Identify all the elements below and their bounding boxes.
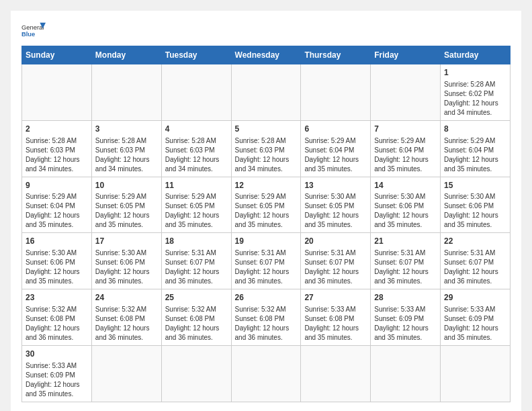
calendar-cell: 21Sunrise: 5:31 AMSunset: 6:07 PMDayligh… [371, 233, 441, 289]
day-info: Sunrise: 5:33 AMSunset: 6:08 PMDaylight:… [304, 305, 367, 342]
calendar-table: SundayMondayTuesdayWednesdayThursdayFrid… [21, 46, 511, 402]
day-info: Sunrise: 5:28 AMSunset: 6:03 PMDaylight:… [26, 136, 88, 174]
calendar-cell: 9Sunrise: 5:29 AMSunset: 6:04 PMDaylight… [22, 177, 92, 233]
day-info: Sunrise: 5:29 AMSunset: 6:04 PMDaylight:… [26, 192, 88, 230]
calendar-cell: 8Sunrise: 5:29 AMSunset: 6:04 PMDaylight… [441, 120, 511, 177]
day-number: 3 [95, 124, 158, 135]
day-number: 5 [235, 124, 298, 135]
calendar-cell: 27Sunrise: 5:33 AMSunset: 6:08 PMDayligh… [301, 289, 371, 346]
day-info: Sunrise: 5:28 AMSunset: 6:03 PMDaylight:… [235, 136, 298, 174]
calendar-cell: 3Sunrise: 5:28 AMSunset: 6:03 PMDaylight… [91, 120, 161, 177]
calendar-cell: 15Sunrise: 5:30 AMSunset: 6:06 PMDayligh… [441, 177, 511, 233]
day-number: 18 [165, 236, 228, 247]
day-info: Sunrise: 5:28 AMSunset: 6:02 PMDaylight:… [444, 80, 506, 118]
calendar-cell: 6Sunrise: 5:29 AMSunset: 6:04 PMDaylight… [301, 120, 371, 177]
calendar-cell: 12Sunrise: 5:29 AMSunset: 6:05 PMDayligh… [231, 177, 301, 233]
calendar-cell [231, 345, 301, 402]
svg-text:General: General [21, 24, 44, 31]
calendar-cell: 20Sunrise: 5:31 AMSunset: 6:07 PMDayligh… [301, 233, 371, 289]
calendar-cell: 25Sunrise: 5:32 AMSunset: 6:08 PMDayligh… [161, 289, 231, 346]
day-number: 10 [95, 180, 158, 191]
col-header-tuesday: Tuesday [161, 46, 231, 64]
week-row-2: 9Sunrise: 5:29 AMSunset: 6:04 PMDaylight… [22, 177, 511, 233]
day-number: 1 [444, 67, 506, 79]
day-number: 23 [26, 292, 88, 304]
header: General Blue [21, 21, 511, 40]
calendar-cell [231, 64, 301, 121]
col-header-saturday: Saturday [441, 46, 511, 64]
day-number: 15 [444, 180, 506, 191]
col-header-friday: Friday [371, 46, 441, 64]
calendar-cell [301, 345, 371, 402]
day-number: 22 [444, 236, 506, 247]
calendar-cell: 28Sunrise: 5:33 AMSunset: 6:09 PMDayligh… [371, 289, 441, 346]
calendar-cell [371, 345, 441, 402]
day-info: Sunrise: 5:31 AMSunset: 6:07 PMDaylight:… [304, 248, 367, 286]
calendar-cell: 23Sunrise: 5:32 AMSunset: 6:08 PMDayligh… [22, 289, 92, 346]
calendar-cell: 16Sunrise: 5:30 AMSunset: 6:06 PMDayligh… [22, 233, 92, 289]
calendar-cell [441, 345, 511, 402]
calendar-cell [22, 64, 92, 121]
calendar-container: General Blue SundayMondayTuesdayWednesda… [11, 11, 521, 411]
calendar-cell [91, 64, 161, 121]
day-info: Sunrise: 5:28 AMSunset: 6:03 PMDaylight:… [165, 136, 228, 174]
day-number: 29 [444, 292, 506, 304]
generalblue-logo-icon: General Blue [21, 21, 46, 40]
day-number: 19 [235, 236, 298, 247]
day-info: Sunrise: 5:30 AMSunset: 6:05 PMDaylight:… [304, 192, 367, 230]
day-info: Sunrise: 5:29 AMSunset: 6:05 PMDaylight:… [165, 192, 228, 230]
day-number: 28 [374, 292, 437, 304]
day-info: Sunrise: 5:31 AMSunset: 6:07 PMDaylight:… [165, 248, 228, 286]
day-number: 26 [235, 292, 298, 304]
day-number: 8 [444, 124, 506, 135]
calendar-cell: 13Sunrise: 5:30 AMSunset: 6:05 PMDayligh… [301, 177, 371, 233]
calendar-cell: 2Sunrise: 5:28 AMSunset: 6:03 PMDaylight… [22, 120, 92, 177]
day-number: 9 [26, 180, 88, 191]
day-info: Sunrise: 5:32 AMSunset: 6:08 PMDaylight:… [95, 305, 158, 342]
svg-text:Blue: Blue [21, 31, 35, 38]
calendar-cell [91, 345, 161, 402]
day-info: Sunrise: 5:32 AMSunset: 6:08 PMDaylight:… [165, 305, 228, 342]
calendar-cell: 22Sunrise: 5:31 AMSunset: 6:07 PMDayligh… [441, 233, 511, 289]
calendar-cell: 1Sunrise: 5:28 AMSunset: 6:02 PMDaylight… [441, 64, 511, 121]
day-number: 11 [165, 180, 228, 191]
col-header-wednesday: Wednesday [231, 46, 301, 64]
day-info: Sunrise: 5:29 AMSunset: 6:05 PMDaylight:… [95, 192, 158, 230]
day-number: 24 [95, 292, 158, 304]
day-info: Sunrise: 5:28 AMSunset: 6:03 PMDaylight:… [95, 136, 158, 174]
calendar-cell: 11Sunrise: 5:29 AMSunset: 6:05 PMDayligh… [161, 177, 231, 233]
day-number: 25 [165, 292, 228, 304]
week-row-3: 16Sunrise: 5:30 AMSunset: 6:06 PMDayligh… [22, 233, 511, 289]
day-info: Sunrise: 5:29 AMSunset: 6:04 PMDaylight:… [444, 136, 506, 174]
day-number: 30 [26, 349, 88, 360]
day-number: 12 [235, 180, 298, 191]
calendar-cell: 24Sunrise: 5:32 AMSunset: 6:08 PMDayligh… [91, 289, 161, 346]
day-info: Sunrise: 5:31 AMSunset: 6:07 PMDaylight:… [444, 248, 506, 286]
day-info: Sunrise: 5:32 AMSunset: 6:08 PMDaylight:… [26, 305, 88, 342]
calendar-cell: 7Sunrise: 5:29 AMSunset: 6:04 PMDaylight… [371, 120, 441, 177]
week-row-4: 23Sunrise: 5:32 AMSunset: 6:08 PMDayligh… [22, 289, 511, 346]
logo: General Blue [21, 21, 46, 40]
day-info: Sunrise: 5:30 AMSunset: 6:06 PMDaylight:… [26, 248, 88, 286]
calendar-cell: 5Sunrise: 5:28 AMSunset: 6:03 PMDaylight… [231, 120, 301, 177]
col-header-sunday: Sunday [22, 46, 92, 64]
calendar-cell [301, 64, 371, 121]
calendar-cell: 19Sunrise: 5:31 AMSunset: 6:07 PMDayligh… [231, 233, 301, 289]
day-number: 6 [304, 124, 367, 135]
calendar-cell [161, 345, 231, 402]
calendar-cell: 14Sunrise: 5:30 AMSunset: 6:06 PMDayligh… [371, 177, 441, 233]
day-number: 7 [374, 124, 437, 135]
calendar-cell: 29Sunrise: 5:33 AMSunset: 6:09 PMDayligh… [441, 289, 511, 346]
day-number: 16 [26, 236, 88, 247]
day-number: 13 [304, 180, 367, 191]
calendar-cell: 17Sunrise: 5:30 AMSunset: 6:06 PMDayligh… [91, 233, 161, 289]
day-info: Sunrise: 5:32 AMSunset: 6:08 PMDaylight:… [235, 305, 298, 342]
day-info: Sunrise: 5:31 AMSunset: 6:07 PMDaylight:… [235, 248, 298, 286]
day-info: Sunrise: 5:31 AMSunset: 6:07 PMDaylight:… [374, 248, 437, 286]
calendar-cell: 18Sunrise: 5:31 AMSunset: 6:07 PMDayligh… [161, 233, 231, 289]
day-info: Sunrise: 5:29 AMSunset: 6:04 PMDaylight:… [304, 136, 367, 174]
calendar-cell: 4Sunrise: 5:28 AMSunset: 6:03 PMDaylight… [161, 120, 231, 177]
day-info: Sunrise: 5:30 AMSunset: 6:06 PMDaylight:… [374, 192, 437, 230]
day-number: 14 [374, 180, 437, 191]
col-header-monday: Monday [91, 46, 161, 64]
